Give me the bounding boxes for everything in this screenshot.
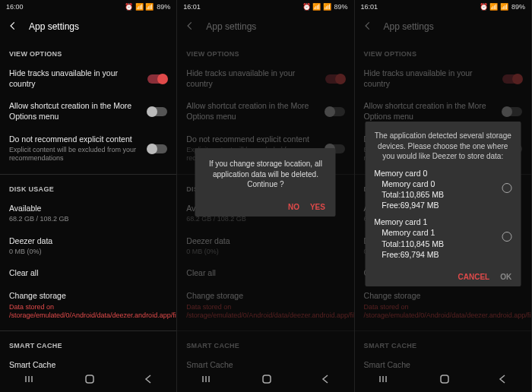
dialog-no-button[interactable]: NO (288, 202, 299, 213)
radio-icon[interactable] (502, 232, 511, 242)
status-time: 16:00 (6, 3, 24, 11)
dialog-yes-button[interactable]: YES (310, 202, 325, 213)
svg-rect-2 (441, 375, 448, 383)
svg-rect-0 (86, 375, 93, 383)
app-bar: App settings (355, 14, 531, 40)
divider (0, 330, 176, 331)
section-view-options: VIEW OPTIONS (9, 50, 167, 58)
dialog-intro: The application detected several storage… (374, 131, 511, 162)
app-title: App settings (29, 21, 79, 32)
back-icon (363, 21, 373, 33)
status-time: 16:01 (183, 3, 201, 11)
dialog-cancel-button[interactable]: CANCEL (458, 272, 490, 283)
svg-rect-1 (263, 375, 271, 383)
section-smart-cache: SMART CACHE (9, 342, 167, 349)
status-bar: 16:01 ⏰ 📶 📶 89% (355, 0, 531, 14)
confirm-dialog: If you change storage location, all appl… (195, 148, 336, 217)
nav-back-icon[interactable] (321, 374, 330, 386)
row-hide-tracks[interactable]: Hide tracks unavailable in your country (9, 62, 167, 95)
storage-dialog: The application detected several storage… (365, 122, 521, 286)
divider (0, 174, 176, 175)
app-bar: App settings (0, 14, 176, 40)
status-battery: 89% (511, 3, 525, 11)
toggle-explicit[interactable] (147, 144, 167, 153)
app-bar: App settings (177, 14, 353, 40)
status-time: 16:01 (361, 3, 378, 11)
nav-bar (0, 368, 176, 392)
nav-back-icon[interactable] (498, 374, 507, 386)
status-bar: 16:01 ⏰ 📶 📶 89% (177, 0, 353, 14)
dialog-message: If you change storage location, all appl… (206, 159, 325, 190)
row-available: Available 68.2 GB / 108.2 GB (9, 198, 167, 230)
nav-bar (355, 368, 531, 392)
toggle-shortcut[interactable] (147, 107, 167, 116)
row-change-storage[interactable]: Change storage Data stored on /storage/e… (9, 285, 167, 326)
nav-recents-icon[interactable] (201, 375, 214, 385)
nav-back-icon[interactable] (144, 374, 153, 386)
row-deezer-data: Deezer data 0 MB (0%) (9, 230, 167, 263)
row-shortcut[interactable]: Allow shortcut creation in the More Opti… (9, 95, 167, 128)
nav-bar (177, 368, 353, 392)
app-title: App settings (384, 21, 434, 32)
nav-home-icon[interactable] (439, 374, 450, 386)
status-icons: ⏰ 📶 📶 (302, 3, 331, 11)
back-icon (185, 21, 195, 33)
toggle-hide-tracks[interactable] (147, 74, 167, 84)
status-bar: 16:00 ⏰ 📶 📶 89% (0, 0, 176, 14)
row-explicit[interactable]: Do not recommend explicit content Explic… (9, 128, 167, 169)
status-battery: 89% (334, 3, 348, 11)
radio-icon[interactable] (502, 183, 511, 193)
nav-recents-icon[interactable] (24, 375, 36, 385)
storage-option-1[interactable]: Memory card 1 Memory card 1 Total:110,84… (374, 217, 511, 260)
nav-home-icon[interactable] (261, 374, 272, 386)
row-smart-cache: Smart Cache 0 MB (9, 354, 167, 368)
dialog-ok-button[interactable]: OK (500, 272, 511, 283)
settings-scroll[interactable]: VIEW OPTIONS Hide tracks unavailable in … (0, 40, 176, 368)
status-icons: ⏰ 📶 📶 (125, 3, 154, 11)
storage-option-0[interactable]: Memory card 0 Memory card 0 Total:110,86… (374, 168, 511, 211)
back-icon[interactable] (8, 21, 18, 33)
phone-3: 16:01 ⏰ 📶 📶 89% App settings VIEW OPTION… (355, 0, 532, 392)
app-title: App settings (206, 21, 256, 32)
row-clear-all[interactable]: Clear all (9, 262, 167, 285)
phone-2: 16:01 ⏰ 📶 📶 89% App settings VIEW OPTION… (177, 0, 354, 392)
section-disk-usage: DISK USAGE (9, 185, 167, 193)
phone-1: 16:00 ⏰ 📶 📶 89% App settings VIEW OPTION… (0, 0, 177, 392)
nav-recents-icon[interactable] (378, 375, 391, 385)
status-icons: ⏰ 📶 📶 (480, 3, 508, 11)
nav-home-icon[interactable] (84, 374, 95, 386)
status-battery: 89% (157, 3, 170, 11)
